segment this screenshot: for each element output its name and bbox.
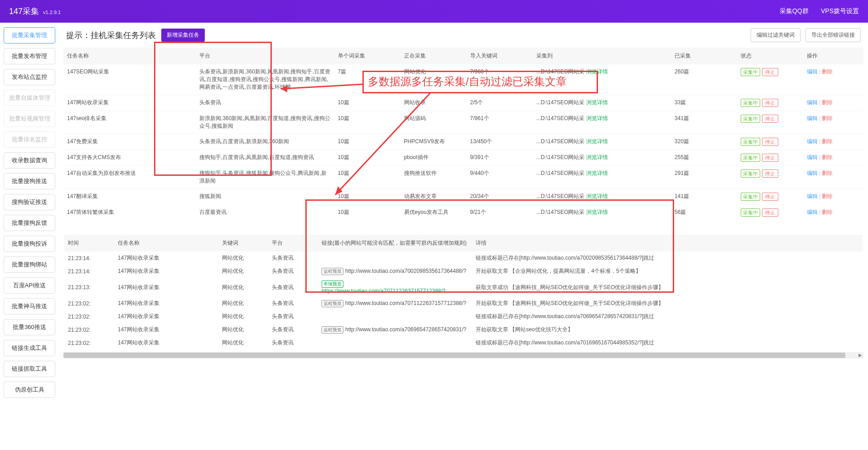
sidebar-item-3: 批量自媒体管理 — [4, 90, 55, 106]
log-link[interactable]: https://www.toutiao.com/a707112263715771… — [322, 288, 446, 294]
stop-button[interactable]: 停止 — [762, 99, 778, 107]
task-single: 10篇 — [334, 95, 400, 111]
col-import: 导入关键词 — [467, 48, 533, 64]
stop-button[interactable]: 停止 — [762, 115, 778, 123]
stop-button[interactable]: 停止 — [762, 193, 778, 201]
sidebar-item-4: 批量短视频管理 — [4, 111, 55, 127]
log-scrollbar[interactable]: ◀ ▶ — [63, 352, 863, 358]
log-link[interactable]: http://www.toutiao.com/a7071122637157712… — [345, 300, 467, 306]
scroll-right-icon[interactable]: ▶ — [857, 352, 863, 358]
remote-preview-tag[interactable]: 远程预览 — [322, 268, 343, 275]
delete-link[interactable]: 删除 — [822, 99, 833, 106]
stop-button[interactable]: 停止 — [762, 138, 778, 146]
log-keyword: 网站优化 — [218, 265, 268, 278]
log-keyword: 网站优化 — [218, 297, 268, 310]
lcol-time: 时间 — [64, 235, 114, 252]
sidebar-item-2[interactable]: 发布站点监控 — [4, 69, 55, 85]
stop-button[interactable]: 停止 — [762, 68, 778, 76]
view-detail-link[interactable]: 浏览详情 — [586, 115, 608, 121]
col-done: 已采集 — [671, 48, 737, 64]
sidebar-item-14[interactable]: 批量360推送 — [4, 319, 55, 335]
delete-link[interactable]: 删除 — [822, 209, 833, 215]
log-platform: 头条资讯 — [268, 323, 318, 336]
sidebar-item-0[interactable]: 批量采集管理 — [4, 27, 55, 44]
view-detail-link[interactable]: 浏览详情 — [586, 170, 608, 176]
log-time: 21:23:02: — [64, 297, 114, 310]
task-done: 320篇 — [671, 134, 737, 150]
lcol-link: 链接(最小的网站可能没有匹配，如需要可群内反馈增加规则) — [318, 235, 472, 252]
edit-link[interactable]: 编辑 — [807, 99, 818, 106]
log-task: 147网站收录采集 — [114, 323, 218, 336]
delete-link[interactable]: 删除 — [822, 170, 833, 176]
stop-button[interactable]: 停止 — [762, 169, 778, 178]
remote-preview-tag[interactable]: 远程预览 — [322, 326, 343, 334]
sidebar-item-16[interactable]: 链接抓取工具 — [4, 361, 55, 377]
sidebar-item-15[interactable]: 链接生成工具 — [4, 340, 55, 356]
edit-link[interactable]: 编辑 — [807, 209, 818, 215]
task-single: 10篇 — [334, 166, 400, 189]
edit-link[interactable]: 编辑 — [807, 154, 818, 160]
task-now: 网站收录 — [400, 95, 467, 111]
delete-link[interactable]: 删除 — [822, 193, 833, 199]
task-now: 网站源码 — [400, 111, 467, 134]
app-title: 147采集 v1.2.9.1 — [9, 6, 61, 17]
sidebar-item-17[interactable]: 伪原创工具 — [4, 382, 55, 398]
task-platform: 搜狗知乎,头条资讯,搜狐新闻,搜狗公众号,腾讯新闻,新浪新闻 — [196, 166, 334, 189]
scroll-thumb[interactable] — [63, 353, 845, 358]
log-row: 21:23:02:147网站收录采集网站优化头条资讯链接或标题已存在[http:… — [64, 310, 863, 323]
task-row: 147网站收录采集头条资讯10篇网站收录2/5个...D:\147SEO网站采 … — [63, 95, 863, 111]
edit-link[interactable]: 编辑 — [807, 193, 818, 199]
log-detail: 链接或标题已存在[http://www.toutiao.com/a7016965… — [472, 336, 863, 349]
task-to: ...D:\147SEO网站采 浏览详情 — [533, 205, 671, 221]
sidebar-item-9[interactable]: 批量搜狗反馈 — [4, 215, 55, 231]
view-detail-link[interactable]: 浏览详情 — [586, 209, 608, 215]
log-link[interactable]: http://www.toutiao.com/a7002098535617364… — [345, 268, 467, 274]
status-running-badge: 采集中 — [741, 169, 760, 178]
view-detail-link[interactable]: 浏览详情 — [586, 193, 608, 199]
qq-group-link[interactable]: 采集QQ群 — [780, 7, 809, 15]
tasks-table: 任务名称 平台 单个词采集 正在采集 导入关键词 采集到 已采集 状态 操作 1… — [63, 48, 863, 220]
edit-link[interactable]: 编辑 — [807, 68, 818, 75]
vps-dial-link[interactable]: VPS拨号设置 — [821, 7, 859, 15]
remote-preview-tag[interactable]: 远程预览 — [322, 300, 343, 307]
task-row: 147免费采集头条资讯,百度资讯,新浪新闻,360新闻10篇PHPCMSV9发布… — [63, 134, 863, 150]
sidebar-item-8[interactable]: 搜狗验证推送 — [4, 194, 55, 210]
delete-link[interactable]: 删除 — [822, 154, 833, 160]
view-detail-link[interactable]: 浏览详情 — [586, 99, 608, 106]
log-row: 21:23:14:147网站收录采集网站优化头条资讯远程预览http://www… — [64, 265, 863, 278]
stop-button[interactable]: 停止 — [762, 154, 778, 162]
sidebar-item-1[interactable]: 批量发布管理 — [4, 48, 55, 64]
lcol-detail: 详情 — [472, 235, 863, 252]
sidebar-item-12[interactable]: 百度API推送 — [4, 277, 55, 294]
log-task: 147网站收录采集 — [114, 278, 218, 297]
edit-filter-keywords-button[interactable]: 编辑过滤关键词 — [751, 28, 800, 42]
app-name: 147采集 — [9, 7, 39, 16]
delete-link[interactable]: 删除 — [822, 115, 833, 121]
task-ops: 编辑|删除 — [803, 111, 863, 134]
view-detail-link[interactable]: 浏览详情 — [586, 154, 608, 160]
sidebar-item-11[interactable]: 批量搜狗绑站 — [4, 256, 55, 273]
view-detail-link[interactable]: 浏览详情 — [586, 138, 608, 145]
task-to: ...D:\147SEO网站采 浏览详情 — [533, 150, 671, 166]
delete-link[interactable]: 删除 — [822, 138, 833, 145]
log-link[interactable]: http://www.toutiao.com/a7069654728657420… — [345, 326, 467, 333]
log-link-cell: 远程预览http://www.toutiao.com/a706965472865… — [318, 323, 472, 336]
sidebar-item-7[interactable]: 批量搜狗推送 — [4, 173, 55, 189]
log-link-cell: 本地预览https://www.toutiao.com/a70711226371… — [318, 278, 472, 297]
task-to: ...D:\147SEO网站采 浏览详情 — [533, 95, 671, 111]
topbar-right: 采集QQ群 VPS拨号设置 — [769, 7, 859, 15]
stop-button[interactable]: 停止 — [762, 208, 778, 217]
view-detail-link[interactable]: 浏览详情 — [586, 68, 608, 75]
edit-link[interactable]: 编辑 — [807, 138, 818, 145]
sidebar-item-13[interactable]: 批量神马推送 — [4, 298, 55, 315]
delete-link[interactable]: 删除 — [822, 68, 833, 75]
edit-link[interactable]: 编辑 — [807, 115, 818, 121]
edit-link[interactable]: 编辑 — [807, 170, 818, 176]
local-preview-tag[interactable]: 本地预览 — [322, 281, 343, 288]
task-ops: 编辑|删除 — [803, 166, 863, 189]
sidebar-item-10[interactable]: 批量搜狗投诉 — [4, 236, 55, 252]
sidebar-item-6[interactable]: 收录数据查询 — [4, 152, 55, 169]
export-error-links-button[interactable]: 导出全部错误链接 — [805, 28, 861, 42]
task-import: 9/391个 — [467, 150, 533, 166]
new-task-button[interactable]: 新增采集任务 — [161, 29, 205, 42]
